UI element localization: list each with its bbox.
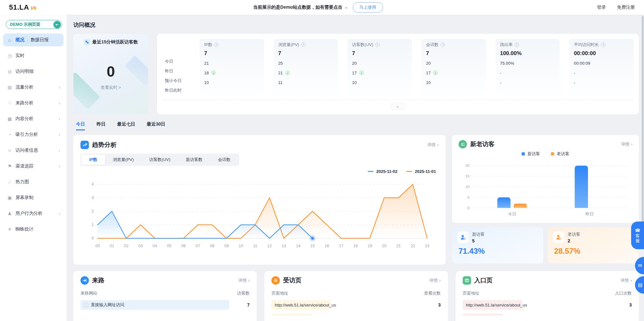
help-icon[interactable]: ?	[440, 42, 445, 47]
table-row[interactable]: http://web.51.la/service/about_us 3	[463, 300, 632, 310]
active-visitors-title: 最近15分钟活跃访客数	[92, 39, 138, 45]
sidebar-item-0[interactable]: ⌂概况|数据日报	[3, 33, 63, 46]
demo-banner: 当前展示的是Demo站点数据，如有需要点击 → 马上使用	[253, 2, 383, 13]
range-tab-0[interactable]: 今日	[76, 121, 85, 130]
range-tab-1[interactable]: 昨日	[97, 121, 106, 130]
trend-tab-2[interactable]: 访客数(UV)	[141, 155, 178, 165]
arrow-down-icon: ↓	[359, 70, 364, 75]
entry-pages-detail-link[interactable]: 详情›	[620, 278, 632, 283]
range-tab-2[interactable]: 最近七日	[117, 121, 135, 130]
entry-col-count: 入口次数	[615, 290, 632, 296]
trend-tab-1[interactable]: 浏览量(PV)	[105, 155, 141, 165]
y-axis-label: 20	[465, 163, 470, 167]
arrow-down-icon: ↓	[211, 70, 216, 75]
sidebar-item-2[interactable]: ◎访问明细	[3, 65, 63, 78]
x-axis-label: 12	[267, 244, 272, 248]
date-range-tabs: 今日昨日最近七日最近30日	[76, 121, 639, 130]
metric-name: IP数	[204, 42, 212, 48]
sidebar-item-5[interactable]: ▦内容分析›	[3, 112, 63, 125]
row-label-yesterday: 昨日	[165, 66, 190, 76]
entry-pages-card-title: 入口页	[474, 276, 493, 285]
range-tab-3[interactable]: 最近30日	[147, 121, 166, 130]
x-axis-label: 08	[210, 244, 214, 248]
sidebar-item-label: 屏幕录制	[15, 195, 33, 201]
y-axis-label: 4	[91, 182, 94, 186]
metric-value: 11	[278, 80, 283, 85]
help-icon[interactable]: ?	[214, 42, 219, 47]
collapse-stats-button[interactable]: »	[391, 103, 405, 110]
logo[interactable]: 51.LA V6	[9, 3, 36, 12]
register-link[interactable]: 免费注册	[617, 5, 635, 10]
help-icon[interactable]: ?	[375, 42, 380, 47]
heat-icon: ∴	[7, 179, 12, 184]
metric-value: 75.00%	[500, 61, 514, 66]
table-row[interactable]: i直接输入网址访问 7	[80, 300, 250, 310]
sidebar-item-9[interactable]: ∴热力图	[3, 175, 63, 188]
legend-square-orange	[551, 152, 554, 156]
sidebar-collapse-icon[interactable]: ⇤	[53, 21, 61, 28]
metric-value: 00:00:09	[574, 61, 590, 66]
sidebar-item-1[interactable]: ◷实时	[3, 49, 63, 62]
visited-pages-detail-link[interactable]: 详情›	[429, 278, 440, 283]
trend-line-chart[interactable]: 0123400010203040506070809101112131415161…	[80, 174, 439, 255]
help-icon[interactable]: ?	[301, 42, 306, 47]
trend-tab-4[interactable]: 会话数	[210, 155, 238, 165]
sidebar-item-sublabel: 数据日报	[31, 37, 49, 43]
referrer-count: 7	[247, 302, 250, 307]
demo-site-pill[interactable]: DEMO 示例页面 ⇤	[6, 20, 62, 29]
metric-value: 17	[426, 71, 431, 75]
customer-service-widget[interactable]: ☎ 客服	[631, 222, 644, 249]
use-now-button[interactable]: 马上使用	[353, 2, 383, 13]
compass-icon: ◎	[7, 69, 12, 74]
referrers-detail-link[interactable]: 详情›	[238, 278, 250, 283]
view-realtime-link[interactable]: 查看实时 >	[73, 85, 148, 90]
chevron-right-icon: ›	[630, 278, 632, 283]
x-axis-label: 20	[382, 244, 386, 248]
new-returning-visitors-card: 新老访客 详情› 新访客 老访客 05101520今日昨日	[452, 135, 639, 223]
y-axis-label: 0	[468, 206, 470, 210]
trend-detail-link[interactable]: 详情›	[427, 142, 439, 148]
x-axis-label: 23	[425, 244, 430, 248]
sidebar-item-12[interactable]: ✳蜘蛛统计	[3, 223, 63, 236]
pie-icon: ◔	[7, 132, 12, 137]
visitors-card-title: 新老访客	[470, 140, 495, 148]
metric-value: 00:00:00	[574, 50, 596, 57]
logo-text: 51.LA	[9, 3, 29, 12]
x-axis-label: 14	[296, 244, 300, 248]
chat-icon: ✉	[638, 263, 642, 269]
face-icon: ☺	[7, 148, 12, 153]
new-visitors-value: 5	[472, 238, 485, 243]
y-axis-label: 10	[465, 184, 470, 189]
scrollbar-thumb[interactable]	[642, 16, 644, 222]
metric-panel-2: 访客数(UV)?72017↓10	[347, 39, 412, 95]
metric-value: 21	[278, 71, 283, 75]
sidebar-item-10[interactable]: ▣屏幕录制	[3, 191, 63, 204]
chevron-right-icon: ›	[248, 278, 250, 283]
visitors-detail-link[interactable]: 详情›	[621, 141, 632, 147]
sidebar-item-6[interactable]: ◔吸引力分析›	[3, 128, 63, 141]
x-axis-label: 今日	[508, 212, 516, 216]
metric-value: 17	[352, 71, 356, 75]
login-link[interactable]: 登录	[597, 5, 606, 10]
metric-panel-5: 平均访问时长?00:00:0000:00:09--	[569, 39, 634, 95]
legend-dash-blue	[368, 171, 374, 172]
entry-page-url: http://web.51.la/service/about_us	[466, 303, 527, 307]
x-axis-label: 05	[167, 244, 171, 248]
sidebar-item-4[interactable]: ⁙来路分析›	[3, 97, 63, 109]
sidebar-item-11[interactable]: ♟用户行为分析›	[3, 207, 63, 220]
metric-value: 100.00%	[500, 50, 522, 57]
clock-icon: ◷	[7, 53, 12, 58]
sidebar-item-8[interactable]: ⚑渠道追踪›	[3, 160, 63, 173]
help-icon[interactable]: ?	[601, 42, 605, 47]
bar-新访客-今日	[497, 197, 510, 208]
visitors-bar-chart[interactable]: 05101520今日昨日	[459, 157, 632, 219]
trend-tab-3[interactable]: 新访客数	[178, 155, 210, 165]
sidebar-item-7[interactable]: ☺访问者信息›	[3, 144, 63, 157]
x-axis-label: 09	[224, 244, 229, 248]
sidebar-item-3[interactable]: ▤流量分析›	[3, 81, 63, 94]
y-axis-label: 1	[91, 222, 94, 227]
help-icon[interactable]: ?	[515, 42, 519, 47]
row-highlight-bar	[271, 314, 312, 316]
trend-tab-0[interactable]: IP数	[81, 155, 105, 165]
table-row[interactable]: http://web.51.la/service/about_us 3	[271, 300, 440, 310]
